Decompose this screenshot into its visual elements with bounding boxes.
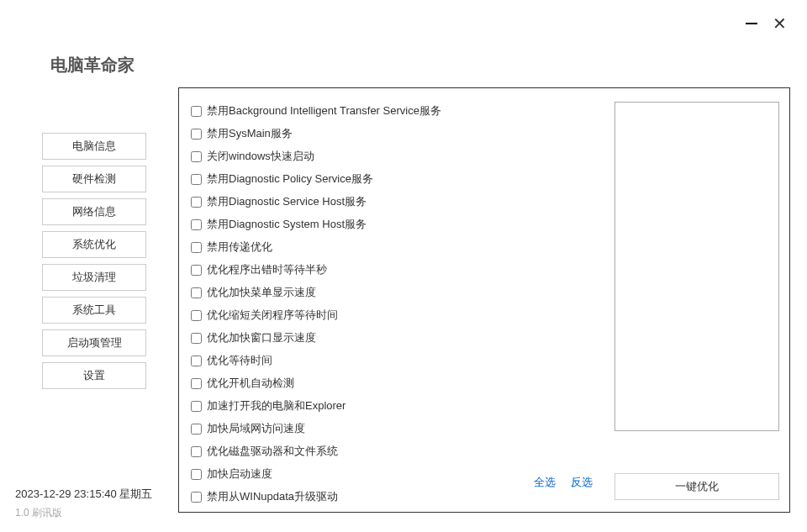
option-checkbox[interactable] xyxy=(191,310,202,321)
sidebar-item-system-tools[interactable]: 系统工具 xyxy=(42,297,146,324)
option-checkbox[interactable] xyxy=(191,333,202,344)
option-label[interactable]: 优化等待时间 xyxy=(207,353,272,368)
option-label[interactable]: 优化缩短关闭程序等待时间 xyxy=(207,308,338,323)
minimize-button[interactable] xyxy=(746,23,757,24)
option-label[interactable]: 禁用传递优化 xyxy=(207,240,272,255)
sidebar-item-network-info[interactable]: 网络信息 xyxy=(42,198,146,225)
option-checkbox[interactable] xyxy=(191,446,202,457)
option-checkbox[interactable] xyxy=(191,219,202,230)
option-checkbox[interactable] xyxy=(191,469,202,480)
select-links: 全选 反选 xyxy=(534,475,593,490)
option-checkbox[interactable] xyxy=(191,151,202,162)
option-checkbox[interactable] xyxy=(191,424,202,435)
option-checkbox[interactable] xyxy=(191,356,202,366)
option-checkbox[interactable] xyxy=(191,492,202,503)
option-item: 优化磁盘驱动器和文件系统 xyxy=(191,444,779,459)
option-checkbox[interactable] xyxy=(191,106,202,117)
option-label[interactable]: 加速打开我的电脑和Explorer xyxy=(207,398,345,413)
option-label[interactable]: 加快启动速度 xyxy=(207,466,272,482)
option-label[interactable]: 加快局域网访问速度 xyxy=(207,421,305,436)
select-all-link[interactable]: 全选 xyxy=(534,475,556,490)
option-checkbox[interactable] xyxy=(191,129,202,140)
sidebar: 电脑信息 硬件检测 网络信息 系统优化 垃圾清理 系统工具 启动项管理 设置 xyxy=(42,133,146,389)
option-label[interactable]: 禁用Diagnostic System Host服务 xyxy=(207,217,367,232)
option-label[interactable]: 优化开机自动检测 xyxy=(207,376,294,391)
option-label[interactable]: 禁用SysMain服务 xyxy=(207,126,293,141)
option-label[interactable]: 禁用Diagnostic Service Host服务 xyxy=(207,194,367,209)
sidebar-item-junk-clean[interactable]: 垃圾清理 xyxy=(42,264,146,291)
invert-select-link[interactable]: 反选 xyxy=(571,475,593,490)
footer-version: 1.0 刷讯版 xyxy=(15,506,62,520)
option-checkbox[interactable] xyxy=(191,197,202,208)
main-panel: 禁用Background Intelligent Transfer Servic… xyxy=(178,87,790,513)
option-checkbox[interactable] xyxy=(191,265,202,276)
option-label[interactable]: 禁用Diagnostic Policy Service服务 xyxy=(207,171,373,187)
right-panel xyxy=(614,102,779,431)
option-label[interactable]: 优化加快窗口显示速度 xyxy=(207,330,316,345)
option-checkbox[interactable] xyxy=(191,174,202,185)
option-label[interactable]: 优化磁盘驱动器和文件系统 xyxy=(207,444,338,459)
option-label[interactable]: 优化加快菜单显示速度 xyxy=(207,285,316,300)
option-label[interactable]: 禁用Background Intelligent Transfer Servic… xyxy=(207,103,441,119)
sidebar-item-computer-info[interactable]: 电脑信息 xyxy=(42,133,146,160)
option-checkbox[interactable] xyxy=(191,378,202,389)
footer-datetime: 2023-12-29 23:15:40 星期五 xyxy=(15,487,152,502)
sidebar-item-startup-manage[interactable]: 启动项管理 xyxy=(42,329,146,356)
option-label[interactable]: 优化程序出错时等待半秒 xyxy=(207,262,327,277)
app-title: 电脑革命家 xyxy=(50,54,134,76)
sidebar-item-settings[interactable]: 设置 xyxy=(42,362,146,389)
sidebar-item-system-optimize[interactable]: 系统优化 xyxy=(42,231,146,258)
close-button[interactable]: ✕ xyxy=(773,15,787,32)
sidebar-item-hardware-detect[interactable]: 硬件检测 xyxy=(42,166,146,192)
option-checkbox[interactable] xyxy=(191,401,202,412)
optimize-button[interactable]: 一键优化 xyxy=(614,473,779,500)
option-label[interactable]: 禁用从WINupdata升级驱动 xyxy=(207,489,338,504)
option-checkbox[interactable] xyxy=(191,242,202,253)
option-checkbox[interactable] xyxy=(191,287,202,298)
option-label[interactable]: 关闭windows快速启动 xyxy=(207,149,314,164)
